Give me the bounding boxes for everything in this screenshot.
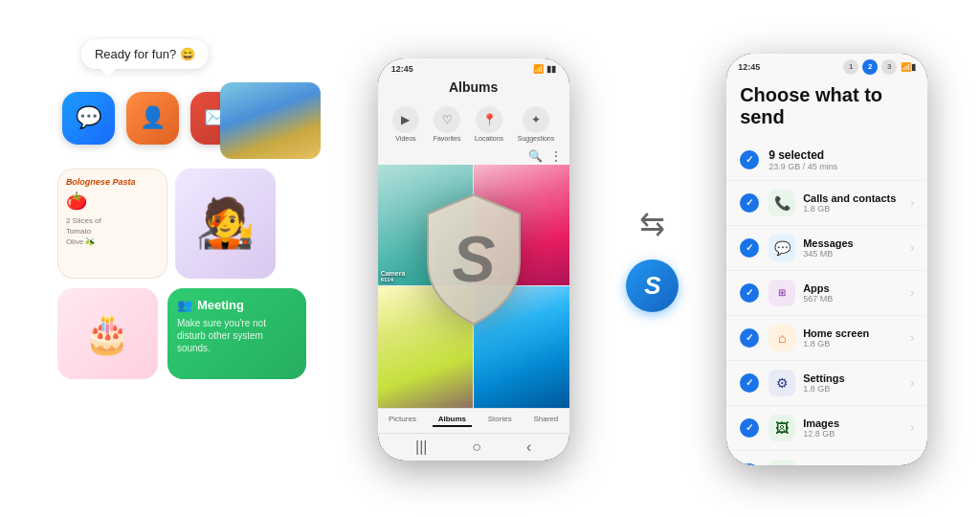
recipe-title: Bolognese Pasta [66, 177, 159, 187]
meeting-widget: 👥 Meeting Make sure you're not disturb o… [167, 288, 306, 379]
calls-check: ✓ [740, 193, 759, 213]
calls-name: Calls and contacts [803, 192, 910, 204]
images-icon: 🖼 [768, 415, 795, 441]
home-check: ✓ [740, 328, 759, 348]
apps-name: Apps [803, 282, 910, 294]
speech-bubble: Ready for fun? 😄 [81, 39, 209, 69]
samsung-shield-svg: S [416, 190, 531, 328]
transfer-item-apps[interactable]: ✓ ⊞ Apps 567 MB › [726, 271, 927, 316]
images-check: ✓ [740, 418, 759, 438]
right-time: 12:45 [738, 62, 760, 72]
home-name: Home screen [803, 327, 910, 339]
messages-name: Messages [803, 237, 910, 249]
calls-icon: 📞 [768, 190, 795, 216]
apps-info: Apps 567 MB [803, 282, 910, 304]
gallery-icon-locations[interactable]: 📍 Locations [475, 106, 503, 142]
left-section: Ready for fun? 😄 💬 👤 ✉️ Bolognese Pasta … [53, 30, 321, 489]
images-info: Images 12.8 GB [803, 417, 910, 439]
cake-widget: 🎂 [57, 288, 158, 379]
recipe-widget: Bolognese Pasta 🍅 2 Slices ofTomatoOlive… [57, 169, 167, 279]
gallery-icon-favorites[interactable]: ♡ Favorites [434, 106, 461, 142]
page-2: 2 [862, 59, 878, 75]
right-status-bar: 12:45 1 2 3 📶▮ [726, 54, 927, 77]
photo-placeholder [220, 82, 321, 159]
images-name: Images [803, 417, 910, 429]
recipe-emoji: 🍅 [66, 191, 159, 212]
center-nav-bar: ||| ○ ‹ [378, 433, 569, 461]
meeting-icon: 👥 [177, 298, 192, 312]
transfer-item-selected[interactable]: ✓ 9 selected 23.9 GB / 45 mins [726, 140, 927, 181]
main-scene: Ready for fun? 😄 💬 👤 ✉️ Bolognese Pasta … [0, 0, 980, 518]
page-indicator: 1 2 3 [843, 59, 897, 75]
apps-size: 567 MB [803, 294, 910, 304]
home-arrow: › [910, 331, 914, 345]
calls-arrow: › [910, 196, 914, 210]
phone-header: Albums [378, 76, 569, 102]
recipe-desc: 2 Slices ofTomatoOlive 🫒 [66, 215, 159, 248]
transfer-item-videos[interactable]: ✓ 🎬 Videos › [726, 451, 927, 465]
transfer-item-calls[interactable]: ✓ 📞 Calls and contacts 1.8 GB › [726, 181, 927, 226]
search-icon[interactable]: 🔍 [528, 149, 543, 163]
transfer-arrow-icon: ⇄ [639, 206, 665, 242]
app-icons-row: 💬 👤 ✉️ [62, 92, 243, 145]
transfer-item-home[interactable]: ✓ ⌂ Home screen 1.8 GB › [726, 316, 927, 361]
images-size: 12.8 GB [803, 429, 910, 439]
cake-emoji: 🎂 [83, 311, 131, 356]
settings-icon: ⚙ [768, 370, 795, 396]
messages-arrow: › [910, 241, 914, 255]
apps-icon: ⊞ [768, 280, 795, 306]
calls-info: Calls and contacts 1.8 GB [803, 192, 910, 214]
album-tabs: Pictures Albums Stories Shared [378, 408, 569, 433]
videos-icon: 🎬 [768, 460, 795, 465]
page-3: 3 [881, 59, 897, 75]
nav-back-icon[interactable]: ||| [415, 439, 427, 456]
right-phone-title: Choose what to send [726, 77, 927, 140]
gallery-toolbar: 🔍 ⋮ [378, 147, 569, 165]
transfer-item-messages[interactable]: ✓ 💬 Messages 345 MB › [726, 226, 927, 271]
settings-size: 1.8 GB [803, 384, 910, 394]
nav-recents-icon[interactable]: ‹ [526, 439, 531, 456]
settings-check: ✓ [740, 373, 759, 393]
tab-shared[interactable]: Shared [527, 413, 564, 427]
apps-check: ✓ [740, 283, 759, 303]
tab-pictures[interactable]: Pictures [383, 413, 422, 427]
gallery-icon-videos[interactable]: ▶ Videos [392, 106, 419, 142]
videos-check: ✓ [740, 463, 759, 465]
center-status-bar: 12:45 📶 ▮▮ [378, 58, 569, 76]
avatar-widget: 🧑‍🎤 [175, 169, 276, 279]
photo-widget [220, 82, 321, 159]
center-phone: 12:45 📶 ▮▮ Albums ▶ Videos ♡ Favorites 📍… [378, 58, 569, 461]
messages-icon: 💬 [768, 235, 795, 261]
gallery-icon-suggestions[interactable]: ✦ Suggestions [518, 106, 555, 142]
tab-stories[interactable]: Stories [482, 413, 518, 427]
transfer-arrows: ⇄ S [626, 206, 679, 312]
avatar-emoji: 🧑‍🎤 [195, 195, 255, 251]
svg-text:S: S [452, 221, 495, 294]
more-icon[interactable]: ⋮ [550, 149, 562, 163]
apps-arrow: › [910, 286, 914, 300]
center-signal: 📶 ▮▮ [533, 64, 556, 74]
contacts-app-icon[interactable]: 👤 [126, 92, 179, 145]
meeting-text: Make sure you're not disturb other syste… [177, 317, 297, 354]
transfer-item-settings[interactable]: ✓ ⚙ Settings 1.8 GB › [726, 361, 927, 406]
selected-size: 23.9 GB / 45 mins [768, 162, 914, 171]
messages-info: Messages 345 MB [803, 237, 910, 259]
tab-albums[interactable]: Albums [433, 413, 472, 427]
selected-name: 9 selected [768, 148, 914, 162]
gallery-icons-row: ▶ Videos ♡ Favorites 📍 Locations ✦ Sugge… [378, 102, 569, 147]
images-arrow: › [910, 421, 914, 435]
selected-info: 9 selected 23.9 GB / 45 mins [768, 148, 914, 171]
nav-home-icon[interactable]: ○ [472, 439, 481, 456]
meeting-title: 👥 Meeting [177, 298, 297, 312]
right-status-right: 1 2 3 📶▮ [843, 59, 916, 75]
right-phone-screen: 12:45 1 2 3 📶▮ Choose what to send ✓ 9 s… [726, 54, 927, 465]
right-signal: 📶▮ [901, 62, 916, 72]
chat-app-icon[interactable]: 💬 [62, 92, 115, 145]
phone-screen-title: Albums [391, 79, 556, 95]
right-phone: 12:45 1 2 3 📶▮ Choose what to send ✓ 9 s… [726, 54, 927, 465]
samsung-s-icon: S [626, 259, 679, 312]
home-icon: ⌂ [768, 325, 795, 351]
page-1: 1 [843, 59, 858, 75]
settings-name: Settings [803, 372, 910, 384]
transfer-item-images[interactable]: ✓ 🖼 Images 12.8 GB › [726, 406, 927, 451]
